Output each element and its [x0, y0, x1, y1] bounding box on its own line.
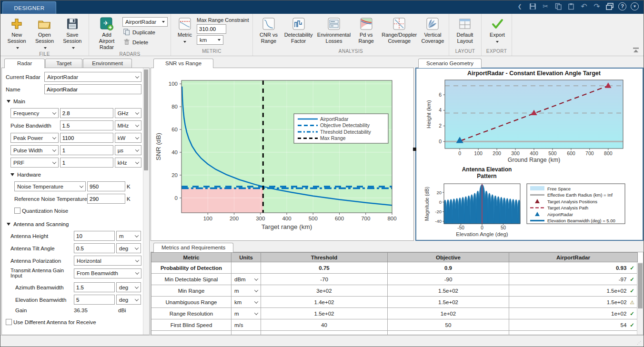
- resize-grip[interactable]: ⋰: [637, 340, 642, 345]
- antenna-tilt-angle-unit-combo[interactable]: deg: [116, 243, 141, 253]
- metrics-table-row[interactable]: Range Resolution m 1.5e+02 1e+02 1e+02✓: [151, 308, 638, 319]
- objective-cell[interactable]: -90: [388, 274, 509, 285]
- tab-environment[interactable]: Environment: [83, 59, 132, 68]
- duplicate-button[interactable]: Duplicate: [122, 28, 168, 37]
- peak-power-input[interactable]: [60, 133, 113, 143]
- antenna-tilt-angle-input[interactable]: [74, 243, 115, 253]
- current-radar-combo[interactable]: AirportRadar: [44, 72, 141, 82]
- tab-designer[interactable]: DESIGNER: [2, 1, 56, 14]
- antenna-height-input[interactable]: [74, 231, 115, 241]
- threshold-cell[interactable]: 1.5e+02: [261, 308, 388, 319]
- detectability-factor-button[interactable]: DetectabilityFactor: [282, 15, 314, 45]
- metric-unit-cell[interactable]: [231, 262, 261, 274]
- pulse-width-input[interactable]: [60, 145, 113, 155]
- vertical-coverage-button[interactable]: VerticalCoverage: [420, 15, 446, 45]
- threshold-cell[interactable]: 40: [261, 319, 388, 331]
- metric-unit-cell[interactable]: m/s: [231, 331, 261, 336]
- save-icon[interactable]: [528, 2, 537, 10]
- col-units[interactable]: Units: [231, 253, 261, 262]
- pd-vs-range-button[interactable]: Pd vsRange: [353, 15, 379, 45]
- cut-icon[interactable]: ✂: [541, 2, 550, 10]
- objective-cell[interactable]: 0.9: [388, 262, 509, 274]
- objective-cell[interactable]: 1.5e+02: [388, 297, 509, 308]
- noise-temperature-param-combo[interactable]: Noise Temperature: [14, 181, 86, 191]
- copy-icon[interactable]: [554, 2, 563, 10]
- tab-target[interactable]: Target: [45, 59, 82, 68]
- left-panel-scrollbar[interactable]: [143, 68, 149, 335]
- default-layout-button[interactable]: DefaultLayout: [452, 15, 478, 45]
- col-threshold[interactable]: Threshold: [261, 253, 388, 262]
- antenna-height-unit-combo[interactable]: m: [116, 231, 141, 241]
- metric-unit-cell[interactable]: m: [231, 308, 261, 319]
- metrics-table-row[interactable]: Probability of Detection 0.75 0.9 0.93✓: [151, 262, 638, 274]
- peak-power-unit-combo[interactable]: kW: [115, 133, 141, 143]
- pulse-bandwidth-unit-combo[interactable]: MHz: [115, 120, 141, 130]
- prf-param-combo[interactable]: PRF: [10, 158, 59, 168]
- threshold-cell[interactable]: 0.75: [261, 262, 388, 274]
- quantization-noise-checkbox[interactable]: [14, 208, 20, 214]
- peak-power-param-combo[interactable]: Peak Power: [10, 133, 59, 143]
- elevation-beamwidth-input[interactable]: [74, 295, 115, 305]
- col-metric[interactable]: Metric: [151, 253, 231, 262]
- splitter-handle[interactable]: [413, 148, 416, 151]
- chevron-down-icon[interactable]: [254, 288, 258, 292]
- objective-cell[interactable]: 1e+02: [388, 308, 509, 319]
- range-doppler-coverage-button[interactable]: Range/DopplerCoverage: [380, 15, 419, 45]
- redo-icon[interactable]: ↷: [593, 2, 601, 10]
- environmental-losses-button[interactable]: EnvironmentalLosses: [315, 15, 352, 45]
- tab-metrics-and-requirements[interactable]: Metrics and Requirements: [153, 243, 233, 252]
- titlebar-more-icon[interactable]: ▼: [631, 2, 639, 10]
- pulse-bandwidth-input[interactable]: [60, 120, 113, 130]
- azimuth-beamwidth-unit-combo[interactable]: deg: [116, 282, 141, 292]
- cnr-vs-range-button[interactable]: CNR vsRange: [256, 15, 282, 45]
- pulse-width-param-combo[interactable]: Pulse Width: [10, 145, 59, 155]
- metrics-table-row[interactable]: Min Detectable Signal dBm -70 -90 -97✓: [151, 274, 638, 285]
- prf-input[interactable]: [60, 158, 113, 168]
- objective-cell[interactable]: 3: [388, 331, 509, 336]
- metrics-table-row[interactable]: Min Range m 3e+02 1.5e+02 1.5e+02✓: [151, 285, 638, 297]
- metrics-table-scrollbar[interactable]: [637, 262, 643, 335]
- new-session-button[interactable]: New Session: [3, 15, 30, 51]
- frequency-input[interactable]: [60, 108, 113, 118]
- tab-radar[interactable]: Radar: [4, 59, 45, 68]
- pulse-width-unit-combo[interactable]: µs: [115, 145, 141, 155]
- name-input[interactable]: [44, 84, 141, 94]
- col-airportradar[interactable]: AirportRadar: [509, 253, 638, 262]
- frequency-param-combo[interactable]: Frequency: [10, 108, 59, 118]
- chevron-down-icon[interactable]: [254, 299, 258, 303]
- help-icon[interactable]: ?: [618, 2, 626, 10]
- export-button[interactable]: Export: [484, 15, 510, 45]
- metric-unit-cell[interactable]: dBm: [231, 274, 261, 285]
- save-session-button[interactable]: Save Session: [59, 15, 86, 51]
- threshold-cell[interactable]: 1.4e+02: [261, 297, 388, 308]
- window-layout-icon[interactable]: [605, 2, 614, 10]
- metric-button[interactable]: Metric: [174, 15, 196, 45]
- collapse-ribbon-button[interactable]: [632, 47, 640, 53]
- chevron-down-icon[interactable]: [254, 277, 258, 280]
- azimuth-beamwidth-input[interactable]: [74, 282, 115, 292]
- threshold-cell[interactable]: 3e+02: [261, 285, 388, 297]
- collapse-chevron-icon[interactable]: ❮: [515, 2, 524, 10]
- noise-temperature-input[interactable]: [87, 181, 125, 191]
- reference-noise-temperature-input[interactable]: [87, 194, 125, 204]
- tab-scenario-geometry[interactable]: Scenario Geometry: [418, 59, 482, 68]
- frequency-unit-combo[interactable]: GHz: [115, 108, 141, 118]
- chevron-down-icon[interactable]: [254, 311, 258, 315]
- metrics-table-row[interactable]: First Blind Speed m/s 40 50 54✓: [151, 319, 638, 331]
- scenario-geometry-chart[interactable]: AirportRadar - Constant Elevation Angle …: [416, 69, 642, 239]
- snr-vs-range-chart[interactable]: 100200300400500600700800020406080100Targ…: [151, 68, 413, 240]
- section-hardware[interactable]: Hardware: [10, 172, 141, 178]
- metric-unit-cell[interactable]: m/s: [231, 319, 261, 331]
- prf-unit-combo[interactable]: kHz: [115, 158, 141, 168]
- add-airport-radar-button[interactable]: ✈ Add Airport Radar: [92, 15, 121, 51]
- paste-icon[interactable]: [567, 2, 575, 10]
- metrics-table-row[interactable]: Unambiguous Range km 1.4e+02 1.5e+02 1.5…: [151, 297, 638, 308]
- open-session-button[interactable]: Open Session: [31, 15, 58, 51]
- scrollbar-thumb[interactable]: [144, 69, 148, 170]
- max-range-constraint-input[interactable]: [197, 24, 226, 34]
- elevation-beamwidth-unit-combo[interactable]: deg: [116, 295, 141, 305]
- objective-cell[interactable]: 50: [388, 319, 509, 331]
- metric-unit-cell[interactable]: m: [231, 285, 261, 297]
- delete-button[interactable]: Delete: [122, 38, 168, 47]
- section-antenna-and-scanning[interactable]: Antenna and Scanning: [7, 221, 141, 227]
